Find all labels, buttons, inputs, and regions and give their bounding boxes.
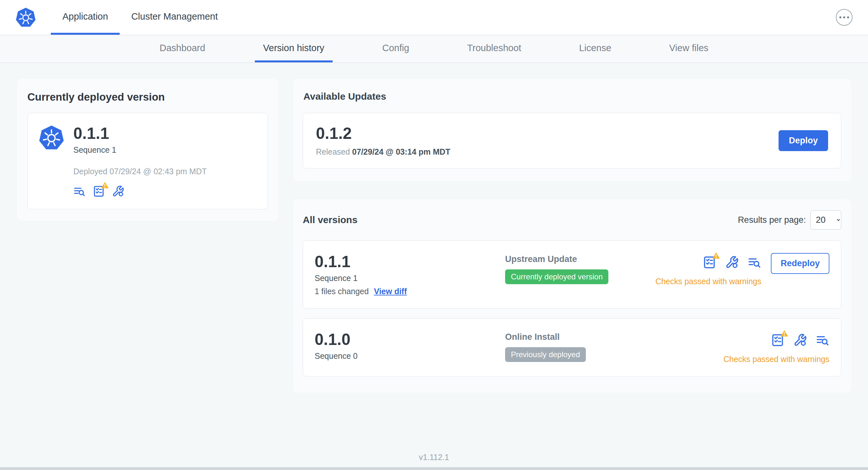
tab-application[interactable]: Application [51,0,120,35]
released-timestamp: 07/29/24 @ 03:14 pm MDT [352,147,451,156]
update-released-line: Released 07/29/24 @ 03:14 pm MDT [316,147,451,157]
bottom-edge-strip [0,467,868,470]
preflight-checks-icon[interactable] [771,333,784,347]
config-icon[interactable] [112,185,124,197]
currently-deployed-title: Currently deployed version [27,91,268,103]
current-version-actions [73,185,207,197]
version-source: Online Install [505,332,723,342]
files-changed-count: 1 files changed [315,287,369,296]
left-column: Currently deployed version 0.1.1 Sequenc… [17,79,278,221]
app-logo [16,0,36,35]
version-sequence: Sequence 0 [315,351,505,361]
warning-triangle-icon [780,330,788,337]
warning-triangle-icon [101,181,109,189]
version-row-0-1-1: 0.1.1 Sequence 1 1 files changed View di… [303,240,841,309]
tab-application-label: Application [62,11,108,22]
config-icon[interactable] [793,333,807,347]
tab-version-history[interactable]: Version history [255,35,333,62]
available-updates-card: Available Updates 0.1.2 Released 07/29/2… [293,79,851,181]
version-actions: Checks passed with warnings Redeploy [655,253,829,286]
current-version-detail-card: 0.1.1 Sequence 1 Deployed 07/29/24 @ 02:… [27,113,268,209]
top-navbar: Application Cluster Management [0,0,868,35]
released-label: Released [316,147,350,156]
all-versions-header: All versions Results per page: 20 [303,210,841,230]
footer: v1.112.1 [0,444,868,467]
view-diff-link[interactable]: View diff [374,287,407,296]
deploy-logs-icon[interactable] [748,256,761,269]
console-version: v1.112.1 [419,452,449,462]
tab-view-files[interactable]: View files [661,35,717,62]
deploy-logs-icon[interactable] [73,185,86,197]
files-changed-line: 1 files changed View diff [315,287,505,296]
redeploy-button[interactable]: Redeploy [771,253,829,274]
right-column: Available Updates 0.1.2 Released 07/29/2… [293,79,851,393]
warning-triangle-icon [712,252,720,260]
available-updates-title: Available Updates [303,91,841,102]
header-spacer [229,0,836,35]
app-subnav: Dashboard Version history Config Trouble… [0,35,868,63]
current-version-sequence: Sequence 1 [73,145,207,155]
version-actions-main: Checks passed with warnings [723,331,829,364]
currently-deployed-card: Currently deployed version 0.1.1 Sequenc… [17,79,278,221]
checks-status-text: Checks passed with warnings [655,277,761,286]
preflight-checks-icon[interactable] [93,185,105,197]
tab-cluster-management[interactable]: Cluster Management [120,0,229,35]
version-source-block: Online Install Previously deployed [505,331,723,362]
main-content: Currently deployed version 0.1.1 Sequenc… [0,63,868,444]
version-source: Upstream Update [505,254,655,264]
version-action-icons [771,331,829,347]
all-versions-title: All versions [303,214,358,225]
version-source-block: Upstream Update Currently deployed versi… [505,253,655,284]
all-versions-card: All versions Results per page: 20 0.1.1 … [293,199,851,393]
tab-troubleshoot[interactable]: Troubleshoot [459,35,530,62]
version-row-info: 0.1.0 Sequence 0 [315,331,505,361]
update-version-number: 0.1.2 [316,125,451,142]
results-per-page-select[interactable]: 20 [810,210,841,230]
ellipsis-icon [839,16,841,18]
results-per-page: Results per page: 20 [738,210,841,230]
kubernetes-logo-icon [16,7,36,28]
results-per-page-label: Results per page: [738,215,806,225]
version-row-0-1-0: 0.1.0 Sequence 0 Online Install Previous… [303,318,841,376]
update-row: 0.1.2 Released 07/29/24 @ 03:14 pm MDT D… [303,113,841,168]
kubernetes-app-icon [39,125,64,150]
more-options-button[interactable] [836,9,852,26]
deployed-status-badge: Previously deployed [505,347,586,362]
version-row-info: 0.1.1 Sequence 1 1 files changed View di… [315,253,505,296]
config-icon[interactable] [725,256,739,269]
version-number: 0.1.1 [315,253,505,270]
version-actions-main: Checks passed with warnings [655,253,761,286]
tab-config[interactable]: Config [374,35,417,62]
version-actions: Checks passed with warnings [723,331,829,364]
deployed-status-badge: Currently deployed version [505,269,608,284]
checks-status-text: Checks passed with warnings [723,355,829,364]
header-tabs: Application Cluster Management [51,0,229,35]
tab-license[interactable]: License [571,35,620,62]
current-version-deployed-timestamp: Deployed 07/29/24 @ 02:43 pm MDT [73,167,207,176]
current-version-number: 0.1.1 [73,125,207,142]
deploy-button[interactable]: Deploy [779,130,828,151]
version-number: 0.1.0 [315,331,505,348]
tab-dashboard[interactable]: Dashboard [151,35,214,62]
version-action-icons [703,253,761,269]
current-version-info: 0.1.1 Sequence 1 Deployed 07/29/24 @ 02:… [73,125,207,197]
update-info: 0.1.2 Released 07/29/24 @ 03:14 pm MDT [316,125,451,157]
deploy-logs-icon[interactable] [816,333,829,347]
version-sequence: Sequence 1 [315,274,505,283]
page: Application Cluster Management Dashboard… [0,0,868,470]
preflight-checks-icon[interactable] [703,256,716,269]
tab-cluster-management-label: Cluster Management [131,11,218,22]
